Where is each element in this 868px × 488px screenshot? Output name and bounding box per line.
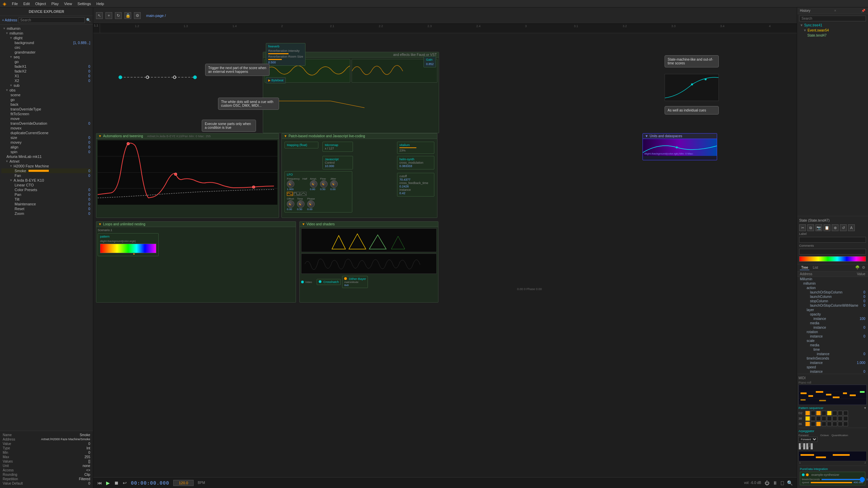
pause-btn[interactable]: ⏸	[773, 480, 777, 486]
pd-port-2[interactable]	[806, 473, 809, 476]
tree-item[interactable]: move	[1, 116, 92, 121]
av-row[interactable]: launchOrStopColumnWithName 0	[797, 303, 868, 308]
pcell-3-4[interactable]	[822, 422, 826, 426]
color-swatch[interactable]	[799, 256, 866, 262]
key-4[interactable]	[810, 443, 813, 450]
tree-item[interactable]: X1 0	[1, 74, 92, 78]
tree-item[interactable]: background [1, 0.889...]	[1, 40, 92, 45]
list-btn[interactable]: List	[811, 265, 820, 270]
av-row[interactable]: opacity	[797, 312, 868, 317]
tree-item[interactable]: fadeX2 0	[1, 69, 92, 74]
tree-item[interactable]: Arturia MiniLab mk11	[1, 154, 92, 159]
lfo-flow-knob[interactable]	[320, 180, 328, 188]
pcell-3-3[interactable]	[816, 422, 821, 426]
lfo-freq-knob[interactable]	[287, 180, 294, 188]
tree-item[interactable]: Tilt 0	[1, 197, 92, 202]
lfo-jitter-knob[interactable]	[330, 180, 338, 188]
pcell-2-5[interactable]	[827, 416, 832, 421]
pcell-1-1[interactable]	[805, 411, 810, 415]
toolbar-lock-btn[interactable]: 🔒	[124, 12, 131, 19]
tree-item[interactable]: ▼ Artnet	[1, 159, 92, 164]
tree-item[interactable]: Reset 0	[1, 206, 92, 211]
av-row[interactable]: launchColumn 0	[797, 294, 868, 299]
history-item-sync[interactable]: ▼ Sync.tree41	[797, 23, 868, 28]
menu-edit[interactable]: Edit	[23, 2, 30, 6]
search-icon[interactable]: 🔍	[86, 18, 91, 22]
av-row[interactable]: time	[797, 347, 868, 352]
state-paste-btn[interactable]: 📋	[824, 224, 830, 231]
tree-item[interactable]: Fan 0	[1, 173, 92, 178]
bpm-input[interactable]	[173, 480, 194, 486]
pcell-3-1[interactable]	[805, 422, 810, 426]
pcell-2-3[interactable]	[816, 416, 821, 421]
pcell-1-8[interactable]	[843, 411, 848, 415]
menu-play[interactable]: Play	[52, 2, 59, 6]
av-row[interactable]: rotation	[797, 330, 868, 334]
lfo-offset-knob1[interactable]	[287, 200, 294, 208]
toolbar-cursor-btn[interactable]: ↖	[96, 12, 103, 19]
toolbar-settings-btn[interactable]: ⚙	[134, 12, 141, 19]
menu-settings[interactable]: Settings	[78, 2, 91, 6]
lfo-ampl-knob[interactable]	[310, 180, 317, 188]
tree-item[interactable]: Color Presets 0	[1, 187, 92, 192]
key-2[interactable]	[803, 443, 806, 450]
lfo-wave-tri[interactable]	[300, 192, 307, 196]
av-row[interactable]: stopColumn 0	[797, 299, 868, 303]
menu-object[interactable]: Object	[35, 2, 46, 6]
score-canvas[interactable]: Trigger the next part of the score when …	[93, 33, 797, 477]
tree-item[interactable]: size 0	[1, 135, 92, 140]
tree-item[interactable]: Linear CTO	[1, 183, 92, 187]
state-font-btn[interactable]: A	[848, 224, 855, 231]
menu-help[interactable]: Help	[96, 2, 104, 6]
tree-item[interactable]: align 0	[1, 145, 92, 149]
history-item-event[interactable]: ▼ Event.swan54	[797, 28, 868, 33]
history-pin[interactable]: 📌	[861, 9, 865, 13]
pcell-1-4[interactable]	[822, 411, 826, 415]
lfo-wave-square[interactable]	[294, 192, 300, 196]
tree-btn[interactable]: Tree	[800, 265, 809, 270]
dither-port[interactable]	[344, 277, 347, 280]
timein-slider[interactable]	[821, 479, 865, 480]
tree-item[interactable]: go	[1, 59, 92, 64]
pcell-3-5[interactable]	[827, 422, 832, 426]
tree-item[interactable]: spin 0	[1, 149, 92, 154]
address-search[interactable]	[19, 17, 85, 23]
state-arrow-btn[interactable]: ↺	[840, 224, 847, 231]
tree-item[interactable]: transOverrideDuration 0	[1, 121, 92, 126]
tree-item[interactable]: fitToScreen	[1, 111, 92, 116]
toolbar-add-btn[interactable]: +	[105, 12, 112, 19]
av-row[interactable]: millumin	[797, 281, 868, 286]
av-row[interactable]: speed	[797, 365, 868, 369]
av-row[interactable]: instance 0	[797, 352, 868, 356]
av-row[interactable]: layer	[797, 308, 868, 312]
pcell-1-6[interactable]	[832, 411, 837, 415]
av-row[interactable]: scale	[797, 339, 868, 343]
arp-dir-select[interactable]: Forward	[798, 437, 817, 442]
pcell-3-7[interactable]	[838, 422, 843, 426]
pcell-1-2[interactable]	[811, 411, 815, 415]
tree-item[interactable]: ▼ millumin	[1, 26, 92, 31]
tree-item[interactable]: ▼ millumin	[1, 31, 92, 36]
tree-item[interactable]: ▼ sub	[1, 83, 92, 88]
key-black-2[interactable]	[808, 443, 810, 447]
state-cut-btn[interactable]: ✂	[799, 224, 806, 231]
pd-port-1[interactable]	[802, 473, 805, 476]
tree-item[interactable]: Maintenance 0	[1, 202, 92, 206]
key-black-1[interactable]	[801, 443, 803, 447]
tree-item[interactable]: fadeX1 0	[1, 64, 92, 69]
state-copy-btn[interactable]: ⧉	[807, 224, 814, 231]
pcell-2-6[interactable]	[832, 416, 837, 421]
comments-input[interactable]	[799, 249, 866, 255]
lfo-wave-sine[interactable]	[287, 192, 293, 196]
tree-item[interactable]: Zoom 0	[1, 211, 92, 216]
tree-item[interactable]: go	[1, 97, 92, 102]
tree-item[interactable]: X2 0	[1, 78, 92, 83]
tree-item[interactable]: ▼ seq	[1, 55, 92, 59]
toolbar-refresh-btn[interactable]: ↻	[115, 12, 122, 19]
pcell-3-8[interactable]	[843, 422, 848, 426]
tree-item[interactable]: ▼ dlight	[1, 36, 92, 40]
tree-item[interactable]: movey 0	[1, 140, 92, 145]
tree-item[interactable]: movex	[1, 126, 92, 130]
pcell-2-8[interactable]	[843, 416, 848, 421]
av-row[interactable]: media	[797, 343, 868, 347]
